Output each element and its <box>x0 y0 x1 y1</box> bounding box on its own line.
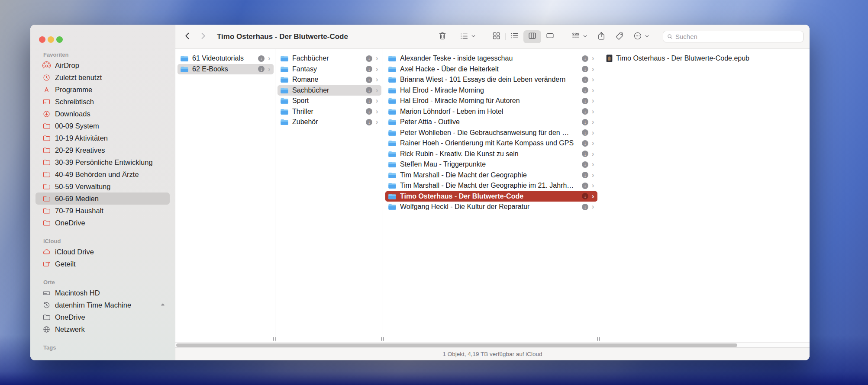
download-badge-icon[interactable]: ↓ <box>582 77 588 83</box>
download-badge-icon[interactable]: ↓ <box>582 172 588 178</box>
sidebar-item-50-59-verwaltung[interactable]: 50-59 Verwaltung <box>35 180 170 192</box>
view-columns-button[interactable] <box>523 30 541 43</box>
zoom-button[interactable] <box>56 36 63 43</box>
folder-icon <box>388 55 397 62</box>
sidebar-item-10-19-aktivitäten[interactable]: 10-19 Aktivitäten <box>35 132 170 144</box>
eject-button[interactable] <box>159 302 166 308</box>
sidebar-item-schreibtisch[interactable]: Schreibtisch <box>35 96 170 108</box>
column-resize-handle[interactable] <box>380 337 385 341</box>
share-button[interactable] <box>597 31 606 42</box>
download-badge-icon[interactable]: ↓ <box>366 55 372 62</box>
download-badge-icon[interactable]: ↓ <box>366 77 372 83</box>
more-button[interactable] <box>633 31 650 42</box>
sidebar-section: FavoritenAirDropZuletzt benutztProgramme… <box>30 51 175 229</box>
sidebar-item-40-49-behörden-und-ärzte[interactable]: 40-49 Behörden und Ärzte <box>35 168 170 180</box>
sidebar-item-onedrive[interactable]: OneDrive <box>35 217 170 229</box>
folder-row-62-e-books[interactable]: 62 E-Books↓› <box>177 64 274 75</box>
folder-row-tim-marshall-die-macht-der-geographie[interactable]: Tim Marshall - Die Macht der Geographie↓… <box>385 170 597 181</box>
group-actions-button[interactable] <box>571 31 588 42</box>
folder-row-hal-elrod-miracle-morning[interactable]: Hal Elrod - Miracle Morning↓› <box>385 85 597 96</box>
folder-row-hal-elrod-miracle-morning-für-autoren[interactable]: Hal Elrod - Miracle Morning für Autoren↓… <box>385 96 597 106</box>
sidebar-item-label: 10-19 Aktivitäten <box>55 134 108 142</box>
folder-row-romane[interactable]: Romane↓› <box>278 74 381 85</box>
download-badge-icon[interactable]: ↓ <box>582 98 588 104</box>
download-badge-icon[interactable]: ↓ <box>582 204 588 210</box>
folder-row-61-videotutorials[interactable]: 61 Videotutorials↓› <box>177 53 274 64</box>
search-field[interactable] <box>663 31 803 42</box>
sidebar-item-datenhirn-time-machine[interactable]: datenhirn Time Machine <box>35 299 170 311</box>
sidebar-item-30-39-persönliche-entwicklung[interactable]: 30-39 Persönliche Entwicklung <box>35 156 170 168</box>
download-badge-icon[interactable]: ↓ <box>582 161 588 168</box>
folder-row-marion-löhndorf-leben-im-hotel[interactable]: Marion Löhndorf - Leben im Hotel↓› <box>385 106 597 117</box>
sidebar-item-label: OneDrive <box>55 313 85 321</box>
sidebar-item-netzwerk[interactable]: Netzwerk <box>35 323 170 335</box>
view-gallery-button[interactable] <box>541 30 559 43</box>
folder-row-sachbücher[interactable]: Sachbücher↓› <box>278 85 381 96</box>
sidebar-item-20-29-kreatives[interactable]: 20-29 Kreatives <box>35 144 170 156</box>
download-badge-icon[interactable]: ↓ <box>366 87 372 93</box>
sidebar-item-70-79-haushalt[interactable]: 70-79 Haushalt <box>35 205 170 217</box>
sidebar-item-60-69-medien[interactable]: 60-69 Medien <box>35 192 170 205</box>
close-button[interactable] <box>39 36 45 43</box>
scrollbar-thumb[interactable] <box>176 343 737 347</box>
sidebar-item-onedrive[interactable]: OneDrive <box>35 311 170 323</box>
sidebar-item-airdrop[interactable]: AirDrop <box>35 59 170 71</box>
folder-row-sport[interactable]: Sport↓› <box>278 96 381 106</box>
folder-row-fachbücher[interactable]: Fachbücher↓› <box>278 53 381 64</box>
sidebar-item-00-09-system[interactable]: 00-09 System <box>35 120 170 132</box>
forward-button[interactable] <box>199 32 207 42</box>
folder-row-timo-osterhaus-der-blutwerte-code[interactable]: Timo Osterhaus - Der Blutwerte-Code↓› <box>385 191 597 202</box>
folder-row-thriller[interactable]: Thriller↓› <box>278 106 381 117</box>
folder-row-peter-attia-outlive[interactable]: Peter Attia - Outlive↓› <box>385 117 597 128</box>
folder-row-axel-hacke-über-die-heiterkeit[interactable]: Axel Hacke - Über die Heiterkeit↓› <box>385 64 597 75</box>
download-badge-icon[interactable]: ↓ <box>366 119 372 125</box>
sidebar-item-zuletzt-benutzt[interactable]: Zuletzt benutzt <box>35 71 170 83</box>
back-button[interactable] <box>183 32 192 42</box>
download-badge-icon[interactable]: ↓ <box>582 140 588 147</box>
download-badge-icon[interactable]: ↓ <box>582 108 588 115</box>
tag-button[interactable] <box>615 31 624 42</box>
folder-row-brianna-wiest-101-essays-die-dein-leben-verändern[interactable]: Brianna Wiest - 101 Essays die dein Lebe… <box>385 74 597 85</box>
search-input[interactable] <box>675 33 800 40</box>
chevron-right-icon: › <box>376 97 379 104</box>
folder-row-alexander-teske-inside-tagesschau[interactable]: Alexander Teske - inside tagesschau↓› <box>385 53 597 64</box>
folder-row-steffen-mau-triggerpunkte[interactable]: Steffen Mau - Triggerpunkte↓› <box>385 159 597 170</box>
trash-button[interactable] <box>438 31 447 42</box>
column-resize-handle[interactable] <box>272 337 277 341</box>
view-list-button[interactable] <box>506 30 523 43</box>
folder-row-tim-marshall-die-macht-der-geographie-im-21-jahrhundert[interactable]: Tim Marshall - Die Macht der Geographie … <box>385 180 597 191</box>
download-badge-icon[interactable]: ↓ <box>582 183 588 189</box>
folder-row-rainer-hoeh-orientierung-mit-karte-kompass-und-gps[interactable]: Rainer Hoeh - Orientierung mit Karte Kom… <box>385 138 597 149</box>
minimize-button[interactable] <box>48 36 54 43</box>
folder-row-peter-wohlleben-die-gebrauchsanweisung-für-den-wald[interactable]: Peter Wohlleben - Die Gebrauchsanweisung… <box>385 128 597 138</box>
download-badge-icon[interactable]: ↓ <box>366 108 372 115</box>
group-list-button[interactable] <box>459 31 476 42</box>
sidebar-item-downloads[interactable]: Downloads <box>35 108 170 120</box>
download-badge-icon[interactable]: ↓ <box>582 119 588 125</box>
sidebar-item-macintosh-hd[interactable]: Macintosh HD <box>35 287 170 299</box>
desktop-icon <box>42 97 51 106</box>
column-resize-handle[interactable] <box>596 337 601 341</box>
download-badge-icon[interactable]: ↓ <box>366 66 372 72</box>
column-2: Fachbücher↓›Fantasy↓›Romane↓›Sachbücher↓… <box>275 49 383 342</box>
sidebar-item-label: 40-49 Behörden und Ärzte <box>55 170 139 179</box>
folder-row-rick-rubin-kreativ-die-kunst-zu-sein[interactable]: Rick Rubin - Kreativ. Die Kunst zu sein↓… <box>385 149 597 160</box>
folder-row-wolfgang-heckl-die-kultur-der-reparatur[interactable]: Wolfgang Heckl - Die Kultur der Reparatu… <box>385 202 597 212</box>
download-badge-icon[interactable]: ↓ <box>582 151 588 157</box>
sidebar-item-programme[interactable]: Programme <box>35 83 170 96</box>
sidebar-item-geteilt[interactable]: Geteilt <box>35 258 170 270</box>
download-badge-icon[interactable]: ↓ <box>582 66 588 72</box>
download-badge-icon[interactable]: ↓ <box>258 66 265 72</box>
view-grid-button[interactable] <box>487 30 505 43</box>
folder-row-zubehör[interactable]: Zubehör↓› <box>278 117 381 128</box>
folder-row-fantasy[interactable]: Fantasy↓› <box>278 64 381 75</box>
sidebar-item-icloud-drive[interactable]: iCloud Drive <box>35 246 170 258</box>
download-badge-icon[interactable]: ↓ <box>582 55 588 62</box>
file-row-timo-osterhaus-der-blutwerte-code-epub[interactable]: Timo Osterhaus - Der Blutwerte-Code.epub <box>603 53 808 64</box>
download-badge-icon[interactable]: ↓ <box>582 193 588 199</box>
download-badge-icon[interactable]: ↓ <box>582 87 588 93</box>
download-badge-icon[interactable]: ↓ <box>582 129 588 136</box>
download-badge-icon[interactable]: ↓ <box>366 98 372 104</box>
sidebar-item-label: Downloads <box>55 110 90 118</box>
download-badge-icon[interactable]: ↓ <box>258 55 265 62</box>
